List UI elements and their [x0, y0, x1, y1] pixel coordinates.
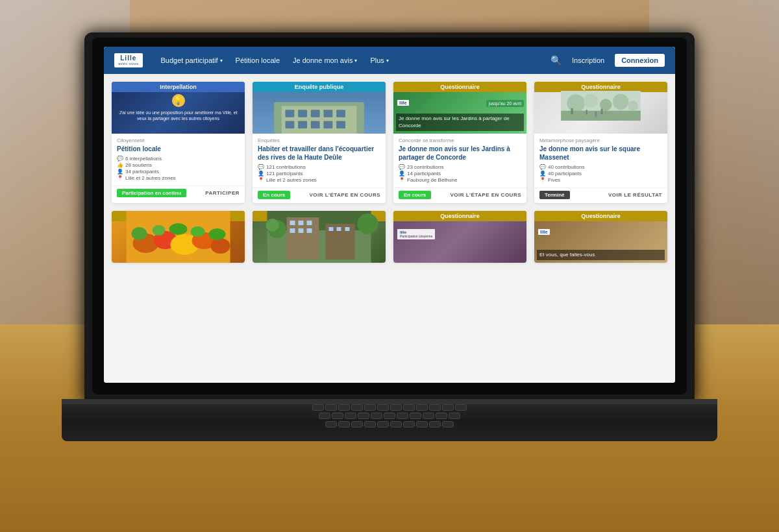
lille-logo-card: lille	[397, 100, 409, 106]
key[interactable]	[390, 421, 402, 428]
svg-rect-42	[299, 221, 304, 225]
key[interactable]	[416, 404, 428, 411]
participants-icon-m: 👤	[539, 171, 546, 176]
key[interactable]	[429, 404, 441, 411]
svg-point-24	[604, 110, 608, 114]
svg-rect-8	[298, 121, 307, 128]
key[interactable]	[384, 413, 395, 419]
key[interactable]	[364, 404, 376, 411]
key[interactable]	[449, 413, 460, 419]
connexion-button[interactable]: Connexion	[615, 54, 665, 67]
card-petition-locale[interactable]: Interpellation 💡 J'ai une idée ou une pr…	[112, 82, 245, 203]
laptop-base	[62, 399, 717, 441]
key[interactable]	[338, 404, 350, 411]
card-massenet[interactable]: Questionnaire	[534, 82, 667, 203]
key[interactable]	[429, 421, 441, 428]
location-icon-e: 📍	[258, 177, 264, 183]
key[interactable]	[358, 413, 369, 419]
key[interactable]	[410, 413, 421, 419]
building2-svg	[253, 211, 386, 263]
svg-rect-48	[337, 227, 341, 231]
status-button-massenet[interactable]: Terminé	[539, 191, 570, 199]
nav-budget-participatif[interactable]: Budget participatif ▾	[156, 54, 228, 67]
key[interactable]	[403, 404, 415, 411]
svg-rect-23	[595, 114, 597, 117]
key[interactable]	[455, 404, 467, 411]
card-market[interactable]: Questionnaire lille Et vous, que faites-…	[534, 211, 667, 263]
lille-logo-market: lille	[538, 229, 550, 235]
card-image-interpellation: Interpellation 💡 J'ai une idée ou une pr…	[112, 82, 245, 134]
card-stat-enquete-1: 💬 121 contributions	[258, 164, 380, 170]
card-stat-enquete-2: 👤 121 participants	[258, 171, 380, 176]
action-link-massenet[interactable]: VOIR LE RÉSULTAT	[608, 192, 662, 198]
status-button-jardins[interactable]: En cours	[399, 191, 431, 199]
key[interactable]	[325, 421, 337, 428]
inscription-button[interactable]: Inscription	[567, 54, 610, 67]
svg-point-16	[613, 94, 629, 110]
key[interactable]	[377, 404, 389, 411]
nav-plus[interactable]: Plus ▾	[365, 54, 393, 67]
key[interactable]	[423, 413, 434, 419]
card-image-people: Questionnaire lille Participation citoye…	[393, 211, 526, 263]
svg-point-68	[600, 234, 609, 239]
participation-badge: lille Participation citoyenne	[397, 229, 435, 239]
card-badge-interpellation: Interpellation	[112, 82, 245, 92]
card-enquete[interactable]: Enquête publique	[253, 82, 386, 203]
nav-petition-locale[interactable]: Pétition locale	[230, 54, 286, 67]
status-button-petition[interactable]: Participation en continu	[117, 189, 186, 197]
svg-rect-45	[299, 228, 304, 233]
action-link-petition[interactable]: PARTICIPER	[205, 190, 240, 196]
participants-icon: 👤	[117, 169, 123, 175]
key[interactable]	[436, 413, 447, 419]
svg-point-52	[358, 213, 378, 234]
action-link-jardins[interactable]: VOIR L'ÉTAPE EN COURS	[450, 192, 521, 198]
key[interactable]	[403, 421, 415, 428]
soutiens-icon: 👍	[117, 162, 123, 168]
laptop-bezel: Lille avec vous Budget participatif ▾ Pé…	[92, 38, 687, 394]
svg-point-66	[571, 237, 579, 242]
card-people[interactable]: Questionnaire lille Participation citoye…	[393, 211, 526, 263]
svg-rect-19	[571, 108, 573, 114]
participants-icon-j: 👤	[399, 171, 405, 176]
key[interactable]	[442, 421, 454, 428]
key[interactable]	[377, 421, 389, 428]
card-title-enquete: Habiter et travailler dans l'écoquartier…	[258, 145, 380, 162]
nav-je-donne-mon-avis[interactable]: Je donne mon avis ▾	[288, 54, 362, 67]
card-stat-3: 👤 34 participants	[117, 169, 240, 175]
key[interactable]	[332, 413, 343, 419]
status-button-enquete[interactable]: En cours	[258, 191, 290, 199]
search-icon[interactable]: 🔍	[550, 55, 562, 66]
card-body-jardins: Concorde se transforme Je donne mon avis…	[393, 134, 526, 187]
key[interactable]	[442, 404, 454, 411]
key[interactable]	[345, 413, 356, 419]
svg-point-35	[191, 226, 205, 237]
action-link-enquete[interactable]: VOIR L'ÉTAPE EN COURS	[309, 192, 380, 198]
card-image-jardins: Questionnaire lille jusqu'au 20 avril Je…	[393, 82, 526, 134]
svg-point-65	[560, 235, 571, 241]
key[interactable]	[397, 413, 408, 419]
logo-area[interactable]: Lille avec vous	[114, 53, 143, 67]
park-svg	[534, 91, 667, 121]
key[interactable]	[351, 404, 363, 411]
laptop-lid: Lille avec vous Budget participatif ▾ Pé…	[84, 32, 695, 402]
card-title-jardins: Je donne mon avis sur les Jardins à part…	[399, 145, 521, 162]
card-stat-4: 📍 Lille et 2 autres zones	[117, 175, 240, 181]
card-image-market: Questionnaire lille Et vous, que faites-…	[534, 211, 667, 263]
key[interactable]	[312, 404, 324, 411]
svg-point-69	[619, 235, 629, 241]
key[interactable]	[371, 413, 382, 419]
participants-icon-e: 👤	[258, 171, 264, 176]
card-jardins[interactable]: Questionnaire lille jusqu'au 20 avril Je…	[393, 82, 526, 203]
key[interactable]	[390, 404, 402, 411]
card-food[interactable]: Questionnaire	[112, 211, 245, 263]
key[interactable]	[416, 421, 428, 428]
key[interactable]	[364, 421, 376, 428]
key[interactable]	[319, 413, 330, 419]
svg-rect-55	[431, 240, 451, 256]
key[interactable]	[351, 421, 363, 428]
key[interactable]	[325, 404, 337, 411]
card-building[interactable]: Questionnaire	[253, 211, 386, 263]
card-footer-enquete: En cours VOIR L'ÉTAPE EN COURS	[253, 187, 386, 203]
key[interactable]	[338, 421, 350, 428]
contributions-icon-m: 💬	[539, 164, 546, 170]
